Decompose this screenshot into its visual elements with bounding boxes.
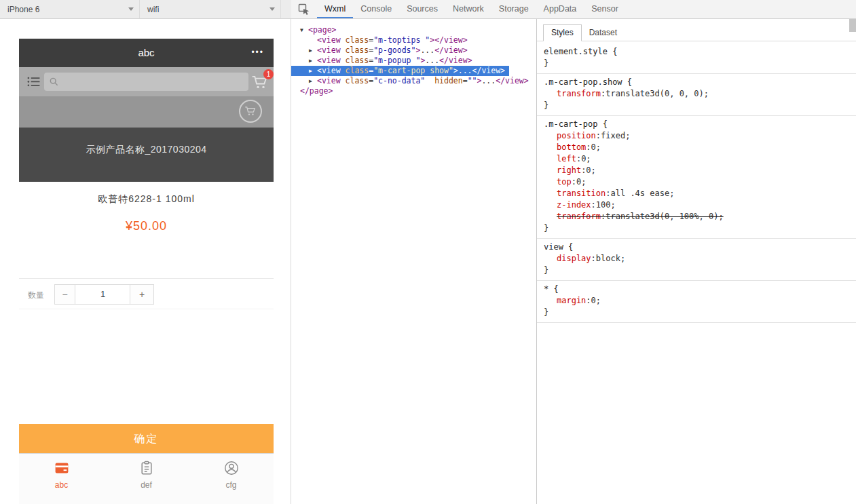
wxml-token: > [453,66,458,75]
styles-tabs-list: StylesDataset [537,19,856,41]
css-declaration[interactable]: bottom:0; [544,142,849,153]
tree-collapsed-arrow[interactable]: ▶ [309,66,317,76]
css-declaration[interactable]: margin:0; [544,295,849,307]
tree-expanded-arrow[interactable]: ▼ [300,25,308,35]
decrease-button[interactable]: − [54,284,75,305]
wxml-node-selected[interactable]: ▶<view class="m-cart-pop show">...</view… [291,66,509,76]
tabbar-label: def [141,480,152,490]
css-declaration[interactable]: z-index:100; [544,199,849,211]
wxml-token [341,35,346,45]
wxml-node[interactable]: ▶<view class="c-no-data" hidden="">...</… [291,76,533,86]
float-cart-button[interactable] [239,100,262,123]
wxml-token: <page> [308,25,337,35]
css-selector: element.style { [544,46,849,58]
devtools-tab-sensor[interactable]: Sensor [584,0,626,18]
navbar-menu-button[interactable]: ••• [251,39,264,66]
search-input[interactable] [44,73,248,91]
tabbar-item-def[interactable]: def [104,454,189,504]
product-banner: 示例产品名称_2017030204 [19,128,274,182]
styles-tab-styles[interactable]: Styles [543,24,582,41]
css-declaration[interactable]: right:0; [544,165,849,176]
wxml-token [341,45,346,55]
wxml-token: "p-goods" [373,45,415,55]
search-bar-row: 1 [19,67,274,96]
css-declaration[interactable]: position:fixed; [544,130,849,142]
css-close-brace: } [544,222,849,234]
devtools-tab-appdata[interactable]: AppData [536,0,584,18]
wxml-token: <view [317,35,341,45]
css-close-brace: } [544,265,849,276]
wxml-token: <view [317,76,341,85]
cart-button[interactable]: 1 [251,74,269,90]
css-declaration[interactable]: transform:translate3d(0, 100%, 0); [544,211,849,222]
css-declaration[interactable]: transform:translate3d(0, 0, 0); [544,88,849,100]
popup-product-name: 欧普特6228-1 100ml [19,193,274,206]
wxml-token: </view> [472,66,505,75]
wxml-token: </view> [434,45,467,55]
wxml-node[interactable]: ▼<page> [291,25,341,35]
wxml-token: </page> [300,86,333,96]
tabbar-item-cfg[interactable]: cfg [189,454,274,504]
wxml-token: class [346,56,369,65]
devtools-tab-console[interactable]: Console [353,0,399,18]
tree-collapsed-arrow[interactable]: ▶ [309,76,317,86]
devtools-tab-wxml[interactable]: Wxml [317,0,353,18]
tabbar-label: cfg [225,480,236,490]
css-declaration[interactable]: left:0; [544,153,849,165]
cart-icon [244,105,257,117]
css-close-brace: } [544,100,849,111]
wxml-token: ... [458,66,472,75]
css-close-brace: } [544,307,849,318]
wxml-token: class [346,76,369,85]
tree-collapsed-arrow[interactable]: ▶ [309,45,317,56]
devtools-tab-sources[interactable]: Sources [399,0,445,18]
product-image-area [19,96,274,128]
tree-collapsed-arrow[interactable]: ▶ [309,56,317,66]
wxml-token: "m-cart-pop show" [373,66,453,75]
wxml-token: <view [317,66,341,75]
css-selector: * { [544,284,849,295]
wxml-node[interactable]: </page> [291,86,337,96]
list-icon[interactable] [27,76,40,88]
increase-button[interactable]: + [130,284,154,305]
simulator-pane: abc ••• 1 示例产品名称_2017030204 [0,19,291,504]
wxml-token [425,76,434,85]
css-declaration[interactable]: top:0; [544,176,849,188]
wxml-token: ... [425,56,439,65]
css-selector: .m-cart-pop.show { [544,77,849,88]
wxml-tree-pane: ▼<page><view class="m-toptips "></view>▶… [291,19,536,504]
quantity-row: 数量 − 1 + [19,278,274,309]
scrollbar-thumb[interactable] [849,19,856,32]
quantity-value[interactable]: 1 [75,284,130,305]
wxml-token: <view [317,45,341,55]
device-select-value: iPhone 6 [7,5,39,14]
tabbar: abcdefcfg [19,453,274,504]
wxml-node[interactable]: <view class="m-toptips "></view> [291,35,472,45]
devtools-tabs-list: WxmlConsoleSourcesNetworkStorageAppDataS… [317,0,626,18]
devtools-tab-network[interactable]: Network [445,0,491,18]
wxml-token: "m-toptips " [373,35,430,45]
styles-tab-dataset[interactable]: Dataset [582,25,625,41]
network-select[interactable]: wifi [145,0,281,18]
wallet-icon [54,460,70,476]
css-rule: .m-cart-pop {position:fixed;bottom:0;lef… [537,116,856,239]
css-rule: view {display:block;} [537,239,856,281]
wxml-token: </view> [496,76,528,85]
devtools-tab-storage[interactable]: Storage [491,0,536,18]
wxml-node[interactable]: ▶<view class="p-goods">...</view> [291,45,472,56]
inspect-element-icon[interactable] [298,3,310,16]
css-declaration[interactable]: display:block; [544,253,849,265]
css-close-brace: } [544,58,849,69]
wxml-token: "m-popup " [373,56,420,65]
wxml-token: ... [420,45,434,55]
clipboard-icon [138,460,155,476]
device-select[interactable]: iPhone 6 [5,0,140,18]
navbar-title: abc [19,39,274,67]
quantity-label: 数量 [28,290,44,301]
confirm-button[interactable]: 确定 [19,424,274,453]
wxml-token: "" [468,76,477,85]
wxml-node[interactable]: ▶<view class="m-popup ">...</view> [291,56,477,66]
css-declaration[interactable]: transition:all .4s ease; [544,188,849,199]
tabbar-item-abc[interactable]: abc [19,454,104,504]
styles-pane: StylesDataset element.style {}.m-cart-po… [536,19,856,504]
